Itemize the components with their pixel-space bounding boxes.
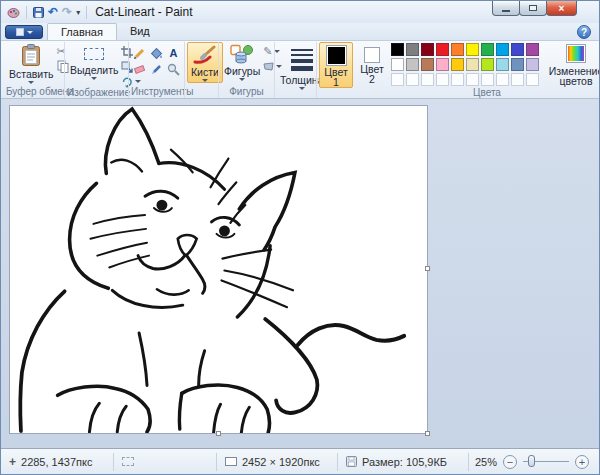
selection-size-icon [122,457,134,466]
group-label-tools: Инструменты [131,86,182,98]
palette-color[interactable] [406,43,419,56]
text-tool-icon: A [170,47,178,59]
group-label-colors: Цвета [411,87,563,98]
zoom-in-button[interactable]: + [575,455,589,469]
palette-empty-slot[interactable] [406,73,419,86]
paste-button[interactable]: Вставить [6,42,57,84]
divider [86,6,87,19]
canvas-resize-handle-bottom[interactable] [216,431,221,436]
app-menu-icon [16,28,24,36]
group-tools: A [128,42,184,98]
palette-empty-slot[interactable] [421,73,434,86]
dropdown-arrow-icon [202,79,208,82]
palette-color[interactable] [481,58,494,71]
palette-color[interactable] [451,43,464,56]
palette-color[interactable] [511,58,524,71]
palette-color[interactable] [391,43,404,56]
palette-color[interactable] [406,58,419,71]
shapes-button[interactable]: Фигуры [221,42,263,81]
eraser-icon [133,63,146,76]
palette-color[interactable] [481,43,494,56]
status-cursor-position: + 2285, 1437пкс [1,453,113,471]
magnifier-tool[interactable] [165,61,182,77]
ribbon-tab-row: Главная Вид ? [1,23,599,40]
eraser-tool[interactable] [131,61,148,77]
eyedropper-icon [150,63,163,76]
status-bar: + 2285, 1437пкс 2452 × 1920пкс Размер: 1… [1,448,599,474]
zoom-controls: 25% − + [475,455,599,469]
undo-icon[interactable]: ↶ [48,6,58,18]
divider [26,6,27,19]
redo-icon[interactable]: ↷ [62,6,72,18]
fill-tool[interactable] [148,45,165,61]
palette-empty-slot[interactable] [496,73,509,86]
color-picker-tool[interactable] [148,61,165,77]
zoom-out-button[interactable]: − [503,455,517,469]
canvas-resize-handle-corner[interactable] [425,431,430,436]
crosshair-icon: + [9,455,16,469]
zoom-percent: 25% [475,456,497,468]
palette-empty-slot[interactable] [526,73,539,86]
palette-color[interactable] [391,58,404,71]
close-button[interactable]: × [546,1,577,16]
title-bar: ↶ ↷ ▾ Cat-Lineart - Paint × [1,1,599,23]
palette-color[interactable] [421,43,434,56]
palette-empty-slot[interactable] [481,73,494,86]
quick-access-toolbar: ↶ ↷ ▾ [7,6,89,19]
color2-swatch [364,47,380,63]
status-selection-size [114,453,216,471]
application-menu-button[interactable] [5,25,43,39]
select-button[interactable]: Выделить [67,42,121,80]
shape-fill-icon [263,62,274,71]
minimize-button[interactable] [492,1,520,16]
palette-empty-slot[interactable] [436,73,449,86]
brush-icon [193,45,217,65]
palette-empty-slot[interactable] [511,73,524,86]
tab-home[interactable]: Главная [47,23,117,40]
paint-window: ↶ ↷ ▾ Cat-Lineart - Paint × Главная Вид … [0,0,600,475]
color2-button[interactable]: Цвет 2 [356,42,388,84]
status-canvas-size: 2452 × 1920пкс [217,453,337,471]
edit-colors-button[interactable]: Изменение цветов [544,42,600,86]
dropdown-arrow-icon [28,81,34,84]
zoom-slider-thumb[interactable] [528,455,535,467]
rainbow-icon [566,44,586,63]
help-button[interactable]: ? [577,25,591,39]
palette-color[interactable] [511,43,524,56]
drawing-canvas[interactable] [9,105,428,434]
palette-color[interactable] [526,43,539,56]
status-file-size: Размер: 105,9КБ [338,453,468,471]
palette-empty-slot[interactable] [451,73,464,86]
palette-color[interactable] [436,43,449,56]
text-tool[interactable]: A [165,45,182,61]
qat-dropdown-icon[interactable]: ▾ [76,8,80,17]
color1-button[interactable]: Цвет 1 [319,42,353,88]
shapes-icon [230,44,254,64]
palette-empty-slot[interactable] [466,73,479,86]
group-brushes: Кисти [184,42,218,98]
group-clipboard: Вставить ✂ Буфер обмена [4,42,64,98]
palette-color[interactable] [421,58,434,71]
group-colors: Цвет 1 Цвет 2 Изменение цветов Цвета [316,42,600,98]
work-area [1,99,599,448]
thickness-icon [291,44,313,71]
pencil-tool[interactable] [131,45,148,61]
save-icon[interactable] [33,7,44,18]
dropdown-arrow-icon [91,77,97,80]
maximize-button[interactable] [519,1,547,16]
selection-icon [84,48,104,60]
dropdown-arrow-icon [239,78,245,81]
canvas-resize-handle-right[interactable] [425,266,430,271]
palette-color[interactable] [466,58,479,71]
palette-color[interactable] [451,58,464,71]
palette-color[interactable] [466,43,479,56]
palette-color[interactable] [526,58,539,71]
palette-color[interactable] [496,58,509,71]
palette-empty-slot[interactable] [391,73,404,86]
palette-color[interactable] [496,43,509,56]
zoom-slider[interactable] [523,461,569,462]
cat-drawing [10,106,427,433]
palette-color[interactable] [436,58,449,71]
tab-view[interactable]: Вид [117,23,163,40]
group-image: Выделить [64,42,128,98]
